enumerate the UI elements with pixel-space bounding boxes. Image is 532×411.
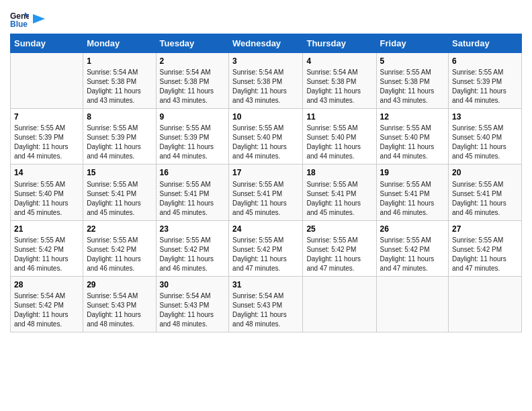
day-number: 10	[232, 111, 299, 122]
day-info: Sunrise: 5:55 AMSunset: 5:40 PMDaylight:…	[380, 124, 445, 161]
calendar-cell	[303, 276, 376, 332]
day-info: Sunrise: 5:54 AMSunset: 5:43 PMDaylight:…	[87, 291, 152, 329]
calendar-cell: 6Sunrise: 5:55 AMSunset: 5:39 PMDaylight…	[449, 53, 522, 109]
day-info: Sunrise: 5:54 AMSunset: 5:43 PMDaylight:…	[232, 291, 299, 329]
calendar-table: SundayMondayTuesdayWednesdayThursdayFrid…	[10, 34, 522, 332]
calendar-cell: 21Sunrise: 5:55 AMSunset: 5:42 PMDayligh…	[11, 220, 83, 276]
calendar-cell: 17Sunrise: 5:55 AMSunset: 5:41 PMDayligh…	[229, 165, 303, 220]
calendar-cell: 10Sunrise: 5:55 AMSunset: 5:40 PMDayligh…	[229, 109, 303, 165]
day-info: Sunrise: 5:54 AMSunset: 5:38 PMDaylight:…	[306, 68, 372, 105]
day-info: Sunrise: 5:55 AMSunset: 5:41 PMDaylight:…	[87, 180, 152, 218]
day-number: 25	[306, 224, 372, 234]
page-container: General Blue SundayMondayTuesdayWed	[0, 0, 532, 339]
calendar-cell: 12Sunrise: 5:55 AMSunset: 5:40 PMDayligh…	[376, 109, 448, 165]
calendar-cell: 2Sunrise: 5:54 AMSunset: 5:38 PMDaylight…	[156, 53, 229, 109]
calendar-cell: 18Sunrise: 5:55 AMSunset: 5:41 PMDayligh…	[303, 165, 376, 220]
day-number: 2	[160, 56, 226, 66]
day-info: Sunrise: 5:55 AMSunset: 5:40 PMDaylight:…	[232, 124, 299, 161]
calendar-cell: 30Sunrise: 5:54 AMSunset: 5:43 PMDayligh…	[156, 276, 229, 332]
week-row-4: 21Sunrise: 5:55 AMSunset: 5:42 PMDayligh…	[11, 220, 522, 276]
calendar-cell: 3Sunrise: 5:54 AMSunset: 5:38 PMDaylight…	[229, 53, 303, 109]
calendar-cell: 14Sunrise: 5:55 AMSunset: 5:40 PMDayligh…	[11, 165, 83, 220]
day-number: 28	[14, 279, 79, 290]
day-info: Sunrise: 5:55 AMSunset: 5:39 PMDaylight:…	[14, 124, 79, 161]
day-number: 30	[160, 279, 226, 290]
day-number: 17	[232, 167, 299, 178]
calendar-cell: 1Sunrise: 5:54 AMSunset: 5:38 PMDaylight…	[83, 53, 156, 109]
col-header-wednesday: Wednesday	[229, 34, 303, 53]
calendar-header-row: SundayMondayTuesdayWednesdayThursdayFrid…	[11, 34, 522, 53]
day-number: 4	[306, 56, 372, 66]
week-row-2: 7Sunrise: 5:55 AMSunset: 5:39 PMDaylight…	[11, 109, 522, 165]
calendar-cell: 15Sunrise: 5:55 AMSunset: 5:41 PMDayligh…	[83, 165, 156, 220]
svg-text:Blue: Blue	[10, 19, 28, 28]
calendar-cell: 9Sunrise: 5:55 AMSunset: 5:39 PMDaylight…	[156, 109, 229, 165]
col-header-saturday: Saturday	[449, 34, 522, 53]
day-info: Sunrise: 5:55 AMSunset: 5:42 PMDaylight:…	[14, 236, 79, 273]
col-header-tuesday: Tuesday	[156, 34, 229, 53]
calendar-cell: 26Sunrise: 5:55 AMSunset: 5:42 PMDayligh…	[376, 220, 448, 276]
day-info: Sunrise: 5:54 AMSunset: 5:38 PMDaylight:…	[160, 68, 226, 105]
day-info: Sunrise: 5:55 AMSunset: 5:40 PMDaylight:…	[306, 124, 372, 161]
day-number: 12	[380, 111, 445, 122]
day-info: Sunrise: 5:54 AMSunset: 5:42 PMDaylight:…	[14, 291, 79, 329]
calendar-cell	[11, 53, 83, 109]
calendar-cell	[449, 276, 522, 332]
col-header-friday: Friday	[376, 34, 448, 53]
day-info: Sunrise: 5:55 AMSunset: 5:40 PMDaylight:…	[452, 124, 518, 161]
day-number: 8	[87, 111, 152, 122]
calendar-cell: 16Sunrise: 5:55 AMSunset: 5:41 PMDayligh…	[156, 165, 229, 220]
day-number: 5	[380, 56, 445, 66]
calendar-cell: 23Sunrise: 5:55 AMSunset: 5:42 PMDayligh…	[156, 220, 229, 276]
day-info: Sunrise: 5:54 AMSunset: 5:38 PMDaylight:…	[87, 68, 152, 105]
calendar-cell: 24Sunrise: 5:55 AMSunset: 5:42 PMDayligh…	[229, 220, 303, 276]
day-info: Sunrise: 5:55 AMSunset: 5:40 PMDaylight:…	[14, 180, 79, 218]
calendar-cell: 19Sunrise: 5:55 AMSunset: 5:41 PMDayligh…	[376, 165, 448, 220]
day-info: Sunrise: 5:55 AMSunset: 5:42 PMDaylight:…	[160, 236, 226, 273]
day-number: 29	[87, 279, 152, 290]
day-number: 9	[160, 111, 226, 122]
day-number: 14	[14, 167, 79, 178]
day-number: 7	[14, 111, 79, 122]
col-header-thursday: Thursday	[303, 34, 376, 53]
day-number: 11	[306, 111, 372, 122]
day-info: Sunrise: 5:55 AMSunset: 5:41 PMDaylight:…	[160, 180, 226, 218]
calendar-cell: 13Sunrise: 5:55 AMSunset: 5:40 PMDayligh…	[449, 109, 522, 165]
day-info: Sunrise: 5:55 AMSunset: 5:42 PMDaylight:…	[232, 236, 299, 273]
calendar-cell: 27Sunrise: 5:55 AMSunset: 5:42 PMDayligh…	[449, 220, 522, 276]
calendar-cell: 5Sunrise: 5:55 AMSunset: 5:38 PMDaylight…	[376, 53, 448, 109]
col-header-monday: Monday	[83, 34, 156, 53]
week-row-5: 28Sunrise: 5:54 AMSunset: 5:42 PMDayligh…	[11, 276, 522, 332]
day-info: Sunrise: 5:55 AMSunset: 5:39 PMDaylight:…	[87, 124, 152, 161]
day-number: 26	[380, 224, 445, 234]
calendar-cell: 4Sunrise: 5:54 AMSunset: 5:38 PMDaylight…	[303, 53, 376, 109]
day-number: 20	[452, 167, 518, 178]
calendar-cell: 25Sunrise: 5:55 AMSunset: 5:42 PMDayligh…	[303, 220, 376, 276]
day-number: 31	[232, 279, 299, 290]
day-info: Sunrise: 5:55 AMSunset: 5:42 PMDaylight:…	[87, 236, 152, 273]
calendar-cell: 7Sunrise: 5:55 AMSunset: 5:39 PMDaylight…	[11, 109, 83, 165]
calendar-cell	[376, 276, 448, 332]
svg-marker-3	[33, 14, 45, 24]
day-info: Sunrise: 5:55 AMSunset: 5:42 PMDaylight:…	[380, 236, 445, 273]
calendar-cell: 8Sunrise: 5:55 AMSunset: 5:39 PMDaylight…	[83, 109, 156, 165]
day-number: 13	[452, 111, 518, 122]
day-info: Sunrise: 5:54 AMSunset: 5:43 PMDaylight:…	[160, 291, 226, 329]
logo: General Blue	[10, 9, 45, 28]
day-number: 3	[232, 56, 299, 66]
day-number: 1	[87, 56, 152, 66]
calendar-cell: 20Sunrise: 5:55 AMSunset: 5:41 PMDayligh…	[449, 165, 522, 220]
logo-arrow-icon	[33, 14, 45, 24]
calendar-cell: 22Sunrise: 5:55 AMSunset: 5:42 PMDayligh…	[83, 220, 156, 276]
day-number: 6	[452, 56, 518, 66]
day-number: 22	[87, 224, 152, 234]
day-number: 21	[14, 224, 79, 234]
week-row-1: 1Sunrise: 5:54 AMSunset: 5:38 PMDaylight…	[11, 53, 522, 109]
day-info: Sunrise: 5:55 AMSunset: 5:42 PMDaylight:…	[452, 236, 518, 273]
header: General Blue	[10, 7, 522, 28]
day-info: Sunrise: 5:55 AMSunset: 5:38 PMDaylight:…	[380, 68, 445, 105]
day-info: Sunrise: 5:54 AMSunset: 5:38 PMDaylight:…	[232, 68, 299, 105]
calendar-cell: 31Sunrise: 5:54 AMSunset: 5:43 PMDayligh…	[229, 276, 303, 332]
day-info: Sunrise: 5:55 AMSunset: 5:41 PMDaylight:…	[452, 180, 518, 218]
day-number: 23	[160, 224, 226, 234]
